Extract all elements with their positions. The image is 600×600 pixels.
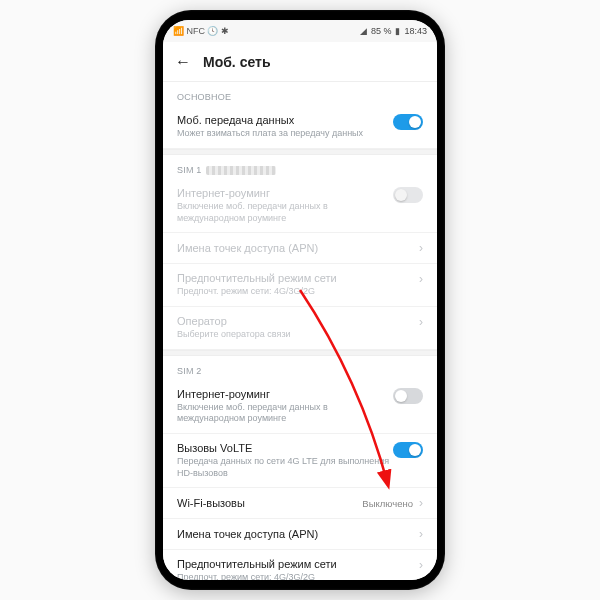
- sim1-netmode-title: Предпочтительный режим сети: [177, 272, 413, 284]
- clock: 18:43: [404, 26, 427, 36]
- phone-frame: 📶 NFC 🕓 ✱ ◢ 85 % ▮ 18:43 ← Моб. сеть ОСН…: [155, 10, 445, 590]
- mobile-data-sub: Может взиматься плата за передачу данных: [177, 128, 393, 140]
- sim2-apn-title: Имена точек доступа (APN): [177, 528, 413, 540]
- mobile-data-toggle[interactable]: [393, 114, 423, 130]
- sim2-wifi-title: Wi-Fi-вызовы: [177, 497, 356, 509]
- sim2-netmode-title: Предпочтительный режим сети: [177, 558, 413, 570]
- sim1-roaming-toggle[interactable]: [393, 187, 423, 203]
- sim1-operator-row[interactable]: Оператор Выберите оператора связи ›: [163, 307, 437, 350]
- sim1-roaming-row[interactable]: Интернет-роуминг Включение моб. передачи…: [163, 179, 437, 233]
- sim2-wifi-value: Выключено: [362, 498, 413, 509]
- sim2-roaming-sub: Включение моб. передачи данных в междуна…: [177, 402, 393, 425]
- sim1-netmode-sub: Предпочт. режим сети: 4G/3G/2G: [177, 286, 413, 298]
- sim2-netmode-sub: Предпочт. режим сети: 4G/3G/2G: [177, 572, 413, 580]
- sim2-volte-row[interactable]: Вызовы VoLTE Передача данных по сети 4G …: [163, 434, 437, 488]
- sim2-volte-toggle[interactable]: [393, 442, 423, 458]
- section-sim1-label: SIM 1: [163, 155, 437, 179]
- header: ← Моб. сеть: [163, 42, 437, 82]
- section-main-label: ОСНОВНОЕ: [163, 82, 437, 106]
- sim1-operator-sub: Выберите оператора связи: [177, 329, 413, 341]
- chevron-right-icon: ›: [419, 315, 423, 329]
- status-icons-left: 📶 NFC 🕓 ✱: [173, 26, 229, 36]
- signal-icon: ◢: [360, 26, 367, 36]
- sim1-netmode-row[interactable]: Предпочтительный режим сети Предпочт. ре…: [163, 264, 437, 307]
- battery-text: 85 %: [371, 26, 392, 36]
- mobile-data-title: Моб. передача данных: [177, 114, 393, 126]
- content[interactable]: ОСНОВНОЕ Моб. передача данных Может взим…: [163, 82, 437, 580]
- sim2-volte-sub: Передача данных по сети 4G LTE для выпол…: [177, 456, 393, 479]
- chevron-right-icon: ›: [419, 272, 423, 286]
- sim1-name-redacted: [206, 166, 276, 175]
- page-title: Моб. сеть: [203, 54, 271, 70]
- battery-icon: ▮: [395, 26, 400, 36]
- sim2-roaming-row[interactable]: Интернет-роуминг Включение моб. передачи…: [163, 380, 437, 434]
- statusbar: 📶 NFC 🕓 ✱ ◢ 85 % ▮ 18:43: [163, 20, 437, 42]
- back-button[interactable]: ←: [175, 53, 195, 71]
- sim2-roaming-title: Интернет-роуминг: [177, 388, 393, 400]
- chevron-right-icon: ›: [419, 527, 423, 541]
- sim1-apn-row[interactable]: Имена точек доступа (APN) ›: [163, 233, 437, 264]
- sim1-roaming-sub: Включение моб. передачи данных в междуна…: [177, 201, 393, 224]
- section-sim2-label: SIM 2: [163, 356, 437, 380]
- chevron-right-icon: ›: [419, 241, 423, 255]
- screen: 📶 NFC 🕓 ✱ ◢ 85 % ▮ 18:43 ← Моб. сеть ОСН…: [163, 20, 437, 580]
- sim2-volte-title: Вызовы VoLTE: [177, 442, 393, 454]
- chevron-right-icon: ›: [419, 558, 423, 572]
- sim2-apn-row[interactable]: Имена точек доступа (APN) ›: [163, 519, 437, 550]
- sim1-apn-title: Имена точек доступа (APN): [177, 242, 413, 254]
- sim1-roaming-title: Интернет-роуминг: [177, 187, 393, 199]
- sim2-netmode-row[interactable]: Предпочтительный режим сети Предпочт. ре…: [163, 550, 437, 580]
- chevron-right-icon: ›: [419, 496, 423, 510]
- sim2-wifi-row[interactable]: Wi-Fi-вызовы Выключено ›: [163, 488, 437, 519]
- row-mobile-data[interactable]: Моб. передача данных Может взиматься пла…: [163, 106, 437, 149]
- sim1-operator-title: Оператор: [177, 315, 413, 327]
- sim2-roaming-toggle[interactable]: [393, 388, 423, 404]
